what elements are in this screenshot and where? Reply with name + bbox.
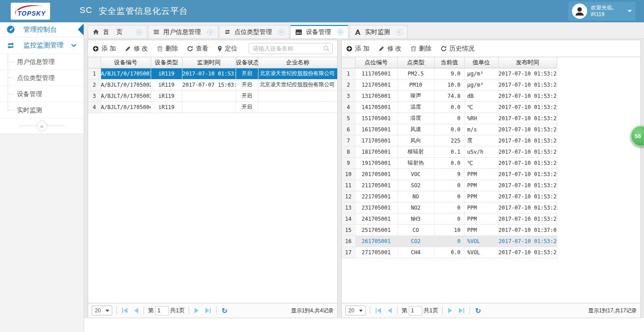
table-cell[interactable]: PM2.5 [397, 68, 434, 79]
table-cell[interactable]: iR119 [151, 90, 182, 101]
table-cell[interactable]: 0.0 [434, 157, 464, 168]
table-cell[interactable]: PPM [464, 224, 498, 235]
prev-page-button[interactable] [133, 308, 140, 313]
add-button[interactable]: 添 加 [346, 45, 369, 53]
table-cell[interactable]: 161705001 [355, 124, 397, 135]
table-cell[interactable]: 221705001 [355, 191, 397, 202]
table-cell[interactable]: A/BJLT/0/1705002 [101, 79, 151, 90]
table-cell[interactable]: 251705001 [355, 224, 397, 235]
table-cell[interactable]: 10.0 [434, 79, 464, 90]
user-menu[interactable]: 欢迎光临, iR119 [568, 2, 636, 21]
column-header[interactable]: 当前值 [434, 57, 464, 68]
table-cell[interactable]: 201705001 [355, 168, 397, 180]
table-row[interactable]: 13231705001NO20PPM2017-07-10 01:53:22 [342, 202, 557, 213]
table-cell[interactable]: 225 [434, 135, 464, 146]
table-cell[interactable]: 2017-07-10 01:53:22 [498, 180, 557, 191]
delete-button[interactable]: 删除 [411, 45, 432, 53]
table-cell[interactable]: 171705001 [355, 135, 397, 146]
table-cell[interactable]: 0.0 [434, 247, 464, 258]
table-cell[interactable]: A/BJLT/0/1705003 [101, 90, 151, 101]
table-row[interactable]: 11211705001SO20PPM2017-07-10 01:53:22 [342, 180, 557, 191]
delete-button[interactable]: 删除 [157, 45, 178, 53]
edit-button[interactable]: 修 改 [125, 45, 148, 53]
table-cell[interactable]: uSv/h [464, 146, 498, 157]
table-cell[interactable]: A/BJLT/0/1705001 [101, 68, 151, 79]
sidebar-item-user-info[interactable]: 用户信息管理 [0, 54, 84, 70]
table-cell[interactable]: 度 [464, 135, 498, 146]
column-header[interactable]: 点类型 [397, 57, 434, 68]
table-cell[interactable]: 风速 [397, 124, 434, 135]
table-row[interactable]: 12221705001NO0PPM2017-07-10 01:53:21 [342, 191, 557, 202]
chevron-down-icon[interactable] [71, 44, 76, 47]
table-cell[interactable]: 0.0 [434, 101, 464, 113]
table-cell[interactable]: 风向 [397, 135, 434, 146]
close-icon[interactable]: × [278, 29, 284, 35]
column-header[interactable]: 点位编号 [355, 57, 397, 68]
table-cell[interactable] [258, 90, 337, 101]
table-cell[interactable]: 10 [434, 224, 464, 235]
table-cell[interactable]: 2017-07-10 01:53:22 [498, 101, 557, 113]
table-cell[interactable]: 2017-07-10 01:53:21 [498, 135, 557, 146]
table-cell[interactable]: 131705001 [355, 90, 397, 101]
table-cell[interactable]: PPM [464, 213, 498, 224]
table-cell[interactable]: 2017-07-10 01:53:22 [498, 68, 557, 79]
table-cell[interactable]: %VOL [464, 235, 498, 247]
table-cell[interactable]: 2017-07-10 01:53:21 [498, 213, 557, 224]
table-cell[interactable]: ℃ [464, 101, 498, 113]
table-cell[interactable]: ℃ [464, 157, 498, 168]
table-cell[interactable]: 开启 [236, 90, 258, 101]
table-cell[interactable]: iR119 [151, 79, 182, 90]
table-cell[interactable]: PPM [464, 202, 498, 213]
table-cell[interactable]: 0 [434, 113, 464, 124]
table-row[interactable]: 8181705001核辐射0.1uSv/h2017-07-10 01:53:21 [342, 146, 557, 157]
table-row[interactable]: 4141705001温度0.0℃2017-07-10 01:53:22 [342, 101, 557, 113]
table-cell[interactable]: %VOL [464, 247, 498, 258]
search-input[interactable] [249, 43, 333, 54]
table-row[interactable]: 9191705001辐射热0.0℃2017-07-10 01:53:21 [342, 157, 557, 168]
next-page-button[interactable] [447, 308, 453, 313]
table-cell[interactable] [258, 101, 337, 113]
table-cell[interactable]: 0.1 [434, 146, 464, 157]
tab-home[interactable]: 首 页 × [88, 25, 147, 38]
tab-point-type[interactable]: 点位类型管理 × [219, 25, 289, 38]
close-icon[interactable]: × [337, 29, 343, 35]
table-cell[interactable]: CO [397, 224, 434, 235]
table-row[interactable]: 10201705001VOC9PPM2017-07-10 01:53:22 [342, 168, 557, 180]
table-cell[interactable]: 0 [434, 191, 464, 202]
table-cell[interactable]: 2017-07-10 01:53:21 [498, 157, 557, 168]
table-cell[interactable]: NO [397, 191, 434, 202]
page-number-input[interactable] [155, 306, 169, 315]
table-cell[interactable]: %RH [464, 113, 498, 124]
table-cell[interactable]: 开启 [236, 101, 258, 113]
table-cell[interactable]: CO2 [397, 235, 434, 247]
table-cell[interactable]: 231705001 [355, 202, 397, 213]
table-row[interactable]: 16261705001CO20%VOL2017-07-10 01:53:22 [342, 235, 557, 247]
table-cell[interactable]: 74.8 [434, 90, 464, 101]
column-header[interactable]: 企业名称 [258, 57, 337, 68]
view-button[interactable]: 查看 [187, 45, 208, 53]
table-cell[interactable]: 辐射热 [397, 157, 434, 168]
locate-button[interactable]: 定位 [217, 45, 237, 53]
table-row[interactable]: 14241705001NH30PPM2017-07-10 01:53:21 [342, 213, 557, 224]
table-row[interactable]: 4A/BJLT/0/1705004iR119开启 [88, 101, 337, 113]
table-cell[interactable]: 2017-07-10 01:53:22 [498, 90, 557, 101]
table-row[interactable]: 7171705001风向225度2017-07-10 01:53:21 [342, 135, 557, 146]
table-cell[interactable]: CH4 [397, 247, 434, 258]
sidebar-item-realtime[interactable]: 实时监测 [0, 102, 84, 118]
table-cell[interactable]: 开启 [236, 68, 258, 79]
tab-user-info[interactable]: 用户信息管理 × [148, 25, 218, 38]
table-row[interactable]: 15251705001CO10PPM2017-07-10 01:37:01 [342, 224, 557, 235]
add-button[interactable]: 添 加 [93, 45, 116, 53]
history-button[interactable]: 历史情况 [441, 45, 475, 53]
table-cell[interactable]: 2017-07-10 01:53:22 [498, 235, 557, 247]
close-icon[interactable]: × [207, 29, 213, 35]
table-cell[interactable]: PPM [464, 191, 498, 202]
last-page-button[interactable] [458, 308, 466, 313]
table-cell[interactable]: 271705001 [355, 247, 397, 258]
table-cell[interactable]: 2017-07-10 01:53:21 [498, 79, 557, 90]
table-cell[interactable]: VOC [397, 168, 434, 180]
sidebar-item-point-type[interactable]: 点位类型管理 [0, 70, 84, 86]
table-cell[interactable]: NO2 [397, 202, 434, 213]
page-size-select[interactable]: 20 [92, 306, 112, 315]
table-row[interactable]: 6161705001风速0.0m/s2017-07-10 01:53:21 [342, 124, 557, 135]
